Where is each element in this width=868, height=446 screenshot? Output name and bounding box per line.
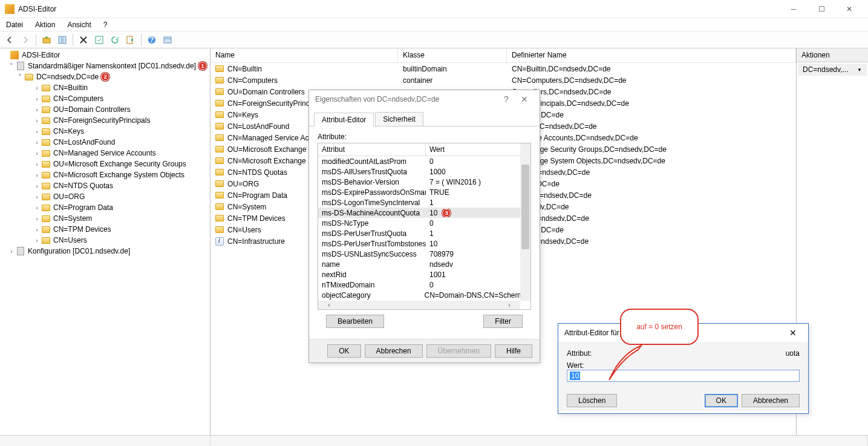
callout-tail-icon bbox=[608, 343, 644, 385]
attr-row[interactable]: msDS-LogonTimeSyncInterval1 bbox=[318, 197, 530, 208]
maximize-button[interactable]: ☐ bbox=[808, 0, 835, 18]
tree-node[interactable]: ›CN=LostAndFound bbox=[0, 137, 210, 148]
refresh-button[interactable] bbox=[92, 33, 106, 47]
attr-row[interactable]: namendsedv bbox=[318, 259, 530, 269]
attr-row[interactable]: modifiedCountAtLastProm0 bbox=[318, 156, 530, 166]
tree-node[interactable]: ›CN=ForeignSecurityPrincipals bbox=[0, 115, 210, 126]
server-icon bbox=[16, 61, 25, 71]
col-class[interactable]: Klasse bbox=[398, 48, 507, 62]
forward-button[interactable] bbox=[18, 33, 33, 47]
dialog-titlebar[interactable]: Eigenschaften von DC=ndsedv,DC=de ? ✕ bbox=[309, 90, 540, 108]
attr-value: 1000 bbox=[426, 168, 449, 176]
col-name[interactable]: Name bbox=[210, 48, 398, 62]
tree-node[interactable]: ›CN=Managed Service Accounts bbox=[0, 148, 210, 159]
tree-node[interactable]: ›CN=TPM Devices bbox=[0, 224, 210, 235]
attr-name: msDS-NcType bbox=[318, 219, 426, 228]
folder-icon bbox=[41, 181, 51, 191]
row-name: OU=ORG bbox=[227, 180, 259, 188]
ok-button[interactable]: OK bbox=[327, 344, 361, 358]
edit-button[interactable]: Bearbeiten bbox=[326, 315, 384, 328]
tree-dc[interactable]: ˅ DC=ndsedv,DC=de 2 bbox=[0, 71, 210, 82]
attr-name: msDS-AllUsersTrustQuota bbox=[318, 168, 426, 176]
tree-root[interactable]: ADSI-Editor bbox=[0, 50, 210, 61]
tree-node[interactable]: ›OU=Domain Controllers bbox=[0, 104, 210, 115]
folder-icon bbox=[41, 148, 51, 158]
help-button[interactable]: ? bbox=[145, 33, 159, 47]
vscrollbar[interactable] bbox=[520, 143, 530, 301]
cancel-button[interactable]: Abbrechen bbox=[365, 344, 423, 358]
attr-row[interactable]: msDS-AllUsersTrustQuota1000 bbox=[318, 166, 530, 177]
tree-pane[interactable]: ADSI-Editor ˅ Standardmäßiger Namenskont… bbox=[0, 48, 210, 435]
attr-ok-button[interactable]: OK bbox=[705, 394, 738, 407]
row-name: OU=Domain Controllers bbox=[227, 88, 305, 96]
tree-node[interactable]: ›OU=ORG bbox=[0, 191, 210, 202]
wert-input[interactable]: 10 bbox=[567, 370, 800, 382]
tree-node[interactable]: ›CN=NTDS Quotas bbox=[0, 180, 210, 191]
attr-value: ndsedv bbox=[426, 260, 457, 269]
close-button[interactable]: ✕ bbox=[835, 0, 863, 18]
actions-item[interactable]: DC=ndsedv,... ▼ bbox=[798, 64, 867, 76]
tree-node[interactable]: ›CN=Program Data bbox=[0, 202, 210, 213]
menu-help[interactable]: ? bbox=[101, 19, 110, 30]
delete-button[interactable] bbox=[76, 33, 91, 47]
attr-row[interactable]: ms-DS-MachineAccountQuota103 bbox=[318, 208, 530, 218]
attr-col-wert[interactable]: Wert bbox=[426, 143, 448, 156]
folder-icon bbox=[41, 94, 51, 103]
attr-row[interactable]: msDS-PerUserTrustQuota1 bbox=[318, 228, 530, 238]
row-dn: t Exchange System Objects,DC=ndsedv,DC=d… bbox=[507, 157, 796, 165]
filter-button[interactable]: Filter bbox=[483, 315, 523, 328]
attr-row[interactable]: msDS-USNLastSyncSuccess708979 bbox=[318, 249, 530, 259]
tree-node[interactable]: ›CN=Computers bbox=[0, 93, 210, 104]
menu-view[interactable]: Ansicht bbox=[65, 19, 93, 30]
tree-dc-label: DC=ndsedv,DC=de bbox=[36, 73, 99, 81]
tree-node[interactable]: ›CN=Users bbox=[0, 235, 210, 246]
tree-node-label: CN=Managed Service Accounts bbox=[53, 149, 156, 157]
row-dn: ture,DC=ndsedv,DC=de bbox=[507, 237, 796, 246]
attr-row[interactable]: msDS-ExpirePasswordsOnSmartC...TRUE bbox=[318, 187, 530, 197]
tree-node[interactable]: ›CN=Keys bbox=[0, 126, 210, 137]
tree-context[interactable]: ˅ Standardmäßiger Namenskontext [DC01.nd… bbox=[0, 61, 210, 71]
attr-row[interactable]: msDS-PerUserTrustTombstonesQ...10 bbox=[318, 238, 530, 249]
svg-text:?: ? bbox=[149, 36, 154, 44]
back-button[interactable] bbox=[2, 33, 17, 47]
list-row[interactable]: CN=ComputerscontainerCN=Computers,DC=nds… bbox=[210, 74, 796, 86]
export-button[interactable] bbox=[123, 33, 138, 47]
close-icon[interactable]: ✕ bbox=[515, 94, 534, 104]
tab-attribut-editor[interactable]: Attribut-Editor bbox=[314, 113, 374, 126]
tree-node[interactable]: ›CN=Microsoft Exchange System Objects bbox=[0, 169, 210, 180]
list-row[interactable]: CN=BuiltinbuiltinDomainCN=Builtin,DC=nds… bbox=[210, 63, 796, 74]
attr-row[interactable]: msDS-NcType0 bbox=[318, 218, 530, 228]
minimize-button[interactable]: ─ bbox=[780, 0, 808, 18]
attr-row[interactable]: nextRid1001 bbox=[318, 269, 530, 280]
refresh2-button[interactable] bbox=[108, 33, 122, 47]
attr-row[interactable]: nTMixedDomain0 bbox=[318, 280, 530, 290]
svg-rect-3 bbox=[96, 36, 103, 44]
menu-file[interactable]: Datei bbox=[4, 19, 25, 30]
close-icon[interactable]: ✕ bbox=[784, 328, 802, 338]
tree-node[interactable]: ›CN=System bbox=[0, 213, 210, 224]
attr-row[interactable]: msDS-Behavior-Version7 = ( WIN2016 ) bbox=[318, 177, 530, 187]
folder-icon bbox=[41, 225, 51, 234]
tree-node-label: OU=Domain Controllers bbox=[53, 105, 131, 114]
attr-col-attribut[interactable]: Attribut bbox=[318, 143, 426, 156]
col-dn[interactable]: Definierter Name bbox=[507, 48, 796, 62]
tree-node[interactable]: ›OU=Microsoft Exchange Security Groups bbox=[0, 159, 210, 169]
dlg-help-button[interactable]: Hilfe bbox=[495, 344, 532, 358]
apply-button[interactable]: Übernehmen bbox=[426, 344, 491, 358]
attr-cancel-button[interactable]: Abbrechen bbox=[742, 394, 800, 407]
attr-row[interactable]: objectCategoryCN=Domain-DNS,CN=Schema,C bbox=[318, 290, 530, 300]
attr-name-value: uota bbox=[786, 349, 800, 358]
up-button[interactable] bbox=[39, 33, 54, 47]
properties-button[interactable] bbox=[55, 33, 70, 47]
tree-config[interactable]: › Konfiguration [DC01.ndsedv.de] bbox=[0, 246, 210, 257]
hscrollbar[interactable]: ‹› bbox=[318, 301, 520, 309]
attribute-list[interactable]: Attribut Wert modifiedCountAtLastProm0ms… bbox=[318, 143, 531, 310]
tab-sicherheit[interactable]: Sicherheit bbox=[375, 112, 423, 126]
wert-value: 10 bbox=[570, 372, 580, 380]
menu-action[interactable]: Aktion bbox=[33, 19, 57, 30]
view-button[interactable] bbox=[160, 33, 175, 47]
attr-value: 7 = ( WIN2016 ) bbox=[426, 178, 485, 186]
help-icon[interactable]: ? bbox=[497, 94, 515, 104]
clear-button[interactable]: Löschen bbox=[567, 394, 617, 407]
tree-node[interactable]: ›CN=Builtin bbox=[0, 82, 210, 93]
